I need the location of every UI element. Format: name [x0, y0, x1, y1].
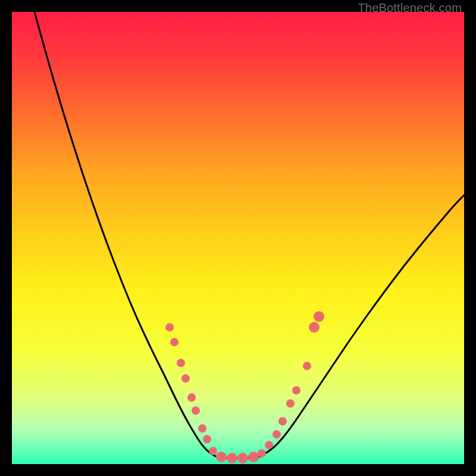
- curve-marker: [303, 362, 311, 370]
- curve-marker: [292, 386, 300, 394]
- curve-marker: [273, 430, 281, 439]
- gradient-background: [12, 12, 464, 464]
- curve-marker: [209, 447, 217, 455]
- curve-marker: [314, 311, 324, 322]
- curve-marker: [198, 424, 206, 433]
- curve-marker: [165, 323, 174, 331]
- curve-marker: [170, 338, 178, 346]
- curve-marker: [203, 435, 211, 443]
- curve-marker: [192, 406, 200, 415]
- curve-marker: [286, 399, 295, 408]
- curve-marker: [265, 441, 273, 449]
- bottleneck-chart: [12, 12, 464, 464]
- curve-marker: [237, 453, 248, 464]
- curve-marker: [278, 417, 287, 425]
- chart-frame: [12, 12, 464, 464]
- curve-marker: [181, 374, 190, 383]
- curve-marker: [248, 452, 259, 462]
- curve-marker: [216, 452, 227, 462]
- curve-marker: [258, 449, 266, 458]
- curve-marker: [227, 453, 237, 464]
- curve-marker: [309, 322, 320, 333]
- curve-marker: [177, 359, 185, 367]
- curve-marker: [187, 393, 196, 402]
